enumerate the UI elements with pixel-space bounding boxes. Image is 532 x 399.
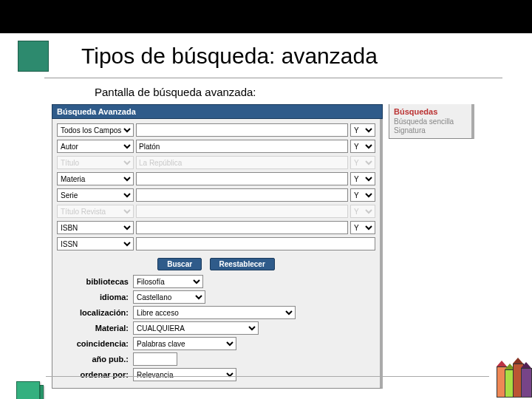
- bool-select[interactable]: Y: [350, 221, 375, 234]
- title-square-icon: [18, 41, 49, 72]
- filter-label-bibliotecas: bibliotecas: [57, 277, 133, 286]
- bool-select[interactable]: Y: [350, 205, 375, 218]
- filter-label-material: Material:: [57, 324, 133, 332]
- value-input[interactable]: [136, 237, 375, 250]
- search-row: AutorY: [57, 140, 375, 153]
- search-row: MateriaY: [57, 172, 375, 185]
- field-select[interactable]: Materia: [57, 172, 134, 185]
- subtitle: Pantalla de búsqueda avanzada:: [0, 86, 532, 98]
- value-input[interactable]: [136, 172, 348, 185]
- side-link-signatura[interactable]: Signatura: [394, 126, 467, 134]
- markers-icon: [498, 358, 531, 398]
- search-row: TítuloY: [57, 156, 375, 169]
- filter-label-ano-pub: año pub.:: [57, 355, 133, 364]
- top-bar: [0, 0, 532, 33]
- field-select[interactable]: Autor: [57, 140, 134, 153]
- reset-button[interactable]: Reestablecer: [210, 258, 275, 270]
- page-title: Tipos de búsqueda: avanzada: [81, 44, 378, 69]
- field-select[interactable]: Serie: [57, 188, 134, 202]
- value-input[interactable]: [136, 221, 348, 234]
- side-title: Búsquedas: [394, 107, 467, 116]
- field-select[interactable]: Todos los Campos: [57, 123, 134, 137]
- search-row: Título RevistaY: [57, 205, 375, 218]
- search-row: ISBNY: [57, 221, 375, 234]
- field-select[interactable]: ISBN: [57, 221, 134, 234]
- bool-select[interactable]: Y: [350, 140, 375, 153]
- value-input[interactable]: [136, 188, 348, 202]
- filter-bibliotecas[interactable]: Filosofía: [133, 275, 203, 288]
- search-row: ISSN: [57, 237, 375, 250]
- filter-label-localizacion: localización:: [57, 308, 133, 317]
- field-select[interactable]: Título: [57, 156, 134, 169]
- filter-ordenar[interactable]: Relevancia: [133, 368, 236, 381]
- search-button[interactable]: Buscar: [157, 258, 202, 270]
- bool-select[interactable]: Y: [350, 188, 375, 202]
- filter-label-coincidencia: coincidencia:: [57, 339, 133, 348]
- filter-coincidencia[interactable]: Palabras clave: [133, 337, 236, 350]
- value-input[interactable]: [136, 156, 348, 169]
- search-row: SerieY: [57, 188, 375, 202]
- filter-ano-pub[interactable]: [133, 352, 177, 366]
- side-panel: Búsquedas Búsqueda sencilla Signatura: [389, 104, 474, 139]
- search-row: Todos los CamposY: [57, 123, 375, 137]
- value-input[interactable]: [136, 140, 348, 153]
- bool-select[interactable]: Y: [350, 156, 375, 169]
- field-select[interactable]: ISSN: [57, 237, 134, 250]
- bool-select[interactable]: Y: [350, 123, 375, 137]
- title-rule: [44, 78, 502, 78]
- panel-header: Búsqueda Avanzada: [52, 104, 383, 119]
- bool-select[interactable]: Y: [350, 172, 375, 185]
- value-input[interactable]: [136, 205, 348, 218]
- field-select[interactable]: Título Revista: [57, 205, 134, 218]
- bottom-rule: [46, 376, 489, 377]
- filter-label-idioma: idioma:: [57, 293, 133, 301]
- filter-localizacion[interactable]: Libre acceso: [133, 306, 296, 319]
- filter-label-ordenar: ordenar por:: [57, 370, 133, 379]
- filter-idioma[interactable]: Castellano: [133, 290, 205, 304]
- title-area: Tipos de búsqueda: avanzada Pantalla de …: [0, 33, 532, 98]
- value-input[interactable]: [136, 123, 348, 137]
- advanced-search-panel: Búsqueda Avanzada Todos los CamposYAutor…: [52, 104, 383, 389]
- side-link-sencilla[interactable]: Búsqueda sencilla: [394, 117, 467, 126]
- filter-material[interactable]: CUALQUIERA: [133, 321, 259, 335]
